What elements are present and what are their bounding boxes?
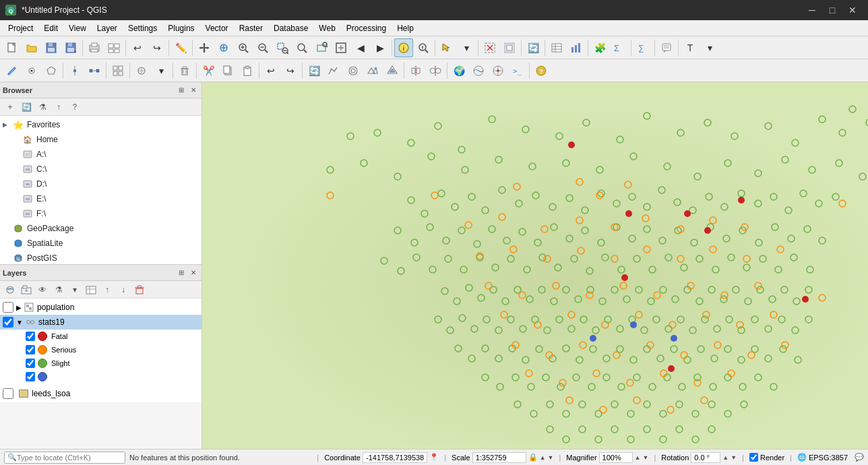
- help-button[interactable]: ?: [532, 61, 551, 80]
- magnifier-down-button[interactable]: ▼: [643, 454, 649, 461]
- search-input[interactable]: [17, 454, 122, 462]
- redo-button[interactable]: ↪: [148, 38, 166, 57]
- browser-add-selected-button[interactable]: +: [3, 100, 18, 115]
- fatal-legend-checkbox[interactable]: [26, 332, 35, 341]
- pan-to-selection-button[interactable]: [214, 38, 233, 57]
- magnifier-field[interactable]: Magnifier 100% ▲ ▼: [566, 452, 648, 463]
- rotation-field[interactable]: Rotation 0.0 ° ▲ ▼: [661, 452, 737, 463]
- zoom-to-selection-button[interactable]: [292, 38, 311, 57]
- select-dropdown-button[interactable]: ▾: [457, 38, 476, 57]
- browser-pin-button[interactable]: ⊞: [176, 85, 187, 96]
- zoom-in-button[interactable]: [234, 38, 253, 57]
- add-group-button[interactable]: +: [19, 282, 34, 297]
- redo2-button[interactable]: ↪: [281, 61, 300, 80]
- scale-up-button[interactable]: ▲: [540, 454, 546, 461]
- open-project-button[interactable]: [22, 38, 41, 57]
- vertex-editor-button[interactable]: [85, 61, 104, 80]
- digitize-button[interactable]: ✏️: [171, 38, 190, 57]
- move-layer-down-button[interactable]: ↓: [116, 282, 131, 297]
- menu-project[interactable]: Project: [3, 21, 38, 36]
- slight-legend-checkbox[interactable]: [26, 359, 35, 368]
- select-button[interactable]: [437, 38, 456, 57]
- add-ring-button[interactable]: [344, 61, 363, 80]
- favorites-toggle[interactable]: ▶: [3, 121, 12, 128]
- scale-input[interactable]: [472, 452, 526, 463]
- digitize-point-button[interactable]: [22, 61, 41, 80]
- zoom-last-button[interactable]: ◀: [351, 38, 370, 57]
- open-layer-styling-button[interactable]: [3, 282, 18, 297]
- cut-features-button[interactable]: ✂️: [199, 61, 218, 80]
- browser-item-home[interactable]: 🏠 Home: [0, 132, 202, 147]
- browser-item-c[interactable]: C:\: [0, 162, 202, 177]
- add-part-button[interactable]: +: [363, 61, 382, 80]
- window-controls[interactable]: ─ □ ✕: [802, 0, 863, 20]
- scale-lock-icon[interactable]: 🔒: [528, 453, 538, 462]
- layers-close-button[interactable]: ✕: [188, 268, 199, 278]
- split-parts-button[interactable]: [426, 61, 445, 80]
- browser-item-a[interactable]: A:\: [0, 147, 202, 162]
- stats19-checkbox[interactable]: [3, 317, 13, 328]
- browser-filter-button[interactable]: ⚗: [35, 100, 50, 115]
- magnifier-up-button[interactable]: ▲: [635, 454, 641, 461]
- browser-item-e[interactable]: E:\: [0, 191, 202, 206]
- remove-layer-button[interactable]: [132, 282, 147, 297]
- menu-web[interactable]: Web: [313, 21, 340, 36]
- zoom-to-layer-button[interactable]: [312, 38, 331, 57]
- browser-help-button[interactable]: ?: [67, 100, 82, 115]
- simplify-button[interactable]: [324, 61, 343, 80]
- menu-plugins[interactable]: Plugins: [162, 21, 199, 36]
- stats19-toggle[interactable]: ▼: [16, 319, 23, 326]
- text-annotation-button[interactable]: T: [681, 38, 700, 57]
- rotate-button[interactable]: 🔄: [305, 61, 323, 80]
- render-field[interactable]: Render: [749, 453, 784, 462]
- scale-field[interactable]: Scale 🔒 ▲ ▼: [452, 452, 553, 463]
- georeferencer-button[interactable]: [489, 61, 507, 80]
- zoom-rubber-band-button[interactable]: [273, 38, 292, 57]
- locate-bar[interactable]: 🔍: [4, 452, 125, 464]
- open-table-button[interactable]: [547, 38, 566, 57]
- layer-stats19[interactable]: ▼ stats19: [0, 315, 202, 330]
- delete-selected-button[interactable]: [175, 61, 194, 80]
- save-as-button[interactable]: *: [61, 38, 80, 57]
- menu-settings[interactable]: Settings: [123, 21, 162, 36]
- split-features-button[interactable]: [406, 61, 425, 80]
- browser-item-f[interactable]: F:\: [0, 206, 202, 221]
- node-tool-button[interactable]: [65, 61, 84, 80]
- invert-selection-button[interactable]: [500, 38, 519, 57]
- unknown-legend-checkbox[interactable]: [26, 372, 35, 381]
- annotation-button[interactable]: [657, 38, 676, 57]
- browser-refresh-button[interactable]: 🔄: [19, 100, 34, 115]
- population-toggle[interactable]: ▶: [16, 304, 22, 311]
- osm-button[interactable]: [469, 61, 488, 80]
- current-edits-button[interactable]: [3, 61, 22, 80]
- expression-button[interactable]: ∑: [633, 38, 652, 57]
- move-layer-up-button[interactable]: ↑: [100, 282, 115, 297]
- text-dropdown-button[interactable]: ▾: [700, 38, 719, 57]
- save-project-button[interactable]: [42, 38, 61, 57]
- map-area[interactable]: [202, 82, 868, 449]
- undo2-button[interactable]: ↩: [261, 61, 280, 80]
- browser-item-spatialite[interactable]: SpatiaLite: [0, 236, 202, 251]
- browser-panel-controls[interactable]: ⊞ ✕: [176, 85, 199, 96]
- open-attribute-table-button[interactable]: [84, 282, 98, 297]
- digitize-polygon-button[interactable]: [42, 61, 61, 80]
- zoom-out-button[interactable]: [253, 38, 272, 57]
- globe-button[interactable]: 🌍: [450, 61, 468, 80]
- layer-leeds-lsoa[interactable]: leeds_lsoa: [0, 386, 202, 401]
- multi-edit-button[interactable]: [108, 61, 127, 80]
- filter-layers-dropdown[interactable]: ▾: [67, 282, 82, 297]
- browser-close-button[interactable]: ✕: [188, 85, 199, 96]
- menu-database[interactable]: Database: [268, 21, 313, 36]
- menu-view[interactable]: View: [63, 21, 92, 36]
- browser-item-d[interactable]: D:\: [0, 177, 202, 191]
- menu-vector[interactable]: Vector: [200, 21, 234, 36]
- menu-processing[interactable]: Processing: [341, 21, 392, 36]
- browser-item-geopackage[interactable]: GeoPackage: [0, 221, 202, 236]
- serious-legend-checkbox[interactable]: [26, 345, 35, 354]
- render-checkbox[interactable]: [749, 453, 758, 462]
- menu-edit[interactable]: Edit: [38, 21, 63, 36]
- filter-layers-button[interactable]: ⚗: [51, 282, 66, 297]
- population-checkbox[interactable]: [3, 302, 13, 313]
- maximize-button[interactable]: □: [822, 0, 842, 20]
- refresh-button[interactable]: 🔄: [524, 38, 542, 57]
